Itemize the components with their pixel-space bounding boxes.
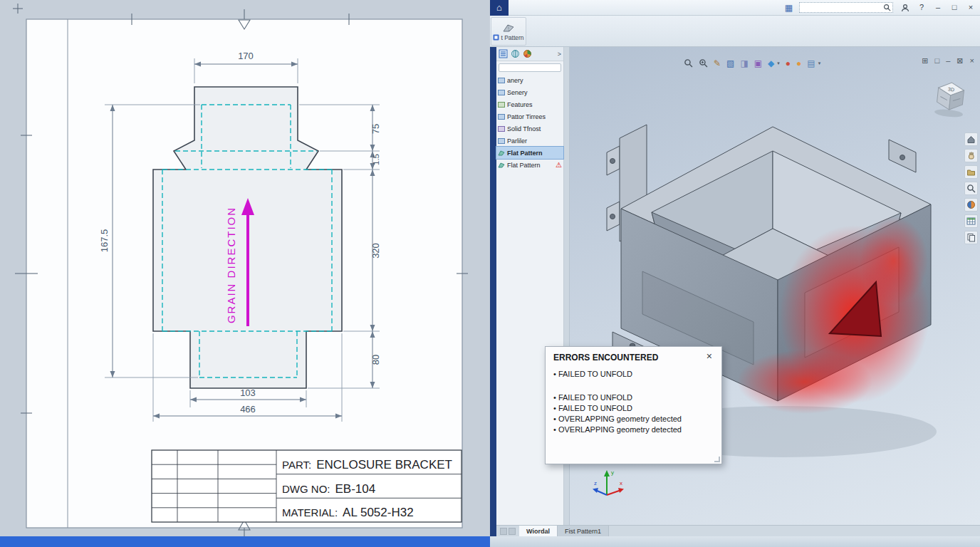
tree-item-label: anery (507, 77, 523, 84)
camera-icon[interactable]: ▤ (807, 59, 815, 68)
home-button[interactable]: ⌂ (490, 0, 509, 16)
view-cube-label: 3D (948, 87, 955, 93)
dropdown-icon[interactable]: ▾ (818, 61, 821, 66)
expand-panel-icon[interactable]: > (558, 51, 561, 58)
tree-item[interactable]: Features (496, 98, 563, 110)
title-block-part-row: PART:ENCLOSURE BRACKET (282, 458, 452, 472)
flat-pattern-label: t Pattern (501, 34, 523, 41)
y-axis-label: y (611, 469, 614, 476)
displaymanager-tab-icon[interactable] (511, 49, 520, 58)
status-strip (490, 536, 980, 547)
view-orientation-icon[interactable]: ◨ (740, 59, 748, 68)
home-view-button[interactable] (964, 132, 978, 146)
doc-maximize-icon[interactable]: ⊠ (956, 57, 963, 65)
sketch-icon[interactable]: ✎ (714, 59, 721, 68)
section-view-icon[interactable]: ▧ (726, 59, 734, 68)
tree-item-label: Flat Pattern (507, 162, 541, 169)
material-label: MATERIAL: (282, 506, 338, 519)
apps-grid-icon[interactable]: ▦ (785, 4, 793, 12)
tree-filter-box[interactable] (499, 63, 561, 72)
configuration-tab-icon[interactable] (523, 49, 532, 58)
feature-tree: anery Senery Features Pattor Tirrees Sol… (496, 74, 563, 171)
hide-show-items-icon[interactable]: ◆ (768, 59, 774, 68)
error-dialog-close-icon[interactable]: × (705, 353, 714, 360)
tree-item-icon (498, 101, 505, 108)
flat-pattern-button[interactable]: t Pattern (491, 17, 526, 46)
tree-item-label: Pattor Tirrees (507, 113, 546, 120)
tree-item-label: Senery (507, 89, 528, 96)
tab-scroll-buttons (496, 526, 519, 536)
tab-flat-pattern[interactable]: Fist Pattern1 (558, 526, 609, 536)
tree-tab-strip: > (496, 47, 563, 61)
appearances-icon[interactable]: ● (786, 59, 791, 68)
display-style-icon[interactable]: ▣ (754, 59, 762, 68)
doc-restore-icon[interactable]: □ (935, 57, 940, 65)
title-block-material-row: MATERIAL:AL 5052-H32 (282, 506, 414, 519)
flat-pattern-mini-icon (493, 34, 499, 41)
flat-pattern-icon (502, 22, 515, 33)
tree-item[interactable]: Parliler (496, 135, 563, 147)
zoom-area-icon[interactable] (699, 58, 708, 68)
tree-item-label: Features (507, 101, 533, 108)
dialog-resize-grip[interactable] (714, 457, 720, 462)
screen: GRAIN DIRECTION (0, 0, 980, 547)
error-item: OVERLAPPING geometry detected (553, 415, 714, 423)
tab-scroll-left[interactable] (500, 528, 507, 535)
copy-button[interactable] (964, 231, 978, 244)
account-icon[interactable] (900, 2, 910, 13)
search-icon[interactable] (883, 4, 891, 11)
flat-pattern-tree-icon (498, 150, 505, 157)
table-grid-icon (966, 217, 976, 226)
y-axis-arrow (604, 470, 610, 476)
view-cube[interactable]: 3D (928, 76, 972, 123)
render-button[interactable] (964, 198, 978, 212)
zoom-fit-icon[interactable] (684, 58, 693, 68)
minimize-icon[interactable]: – (933, 4, 943, 11)
tab-scroll-right[interactable] (509, 528, 516, 535)
tab-model[interactable]: Wiordal (519, 526, 558, 536)
z-axis-arrow (593, 488, 598, 493)
error-warning-icon[interactable]: ⚠ (556, 162, 562, 169)
featuremanager-tab-icon[interactable] (499, 49, 508, 58)
maximize-icon[interactable]: □ (949, 4, 959, 11)
close-icon[interactable]: × (966, 4, 976, 11)
error-item: FAILED TO UNFOLD (553, 404, 714, 412)
drawing-pane: GRAIN DIRECTION (0, 0, 490, 547)
dim-top-width: 170 (238, 51, 254, 61)
error-item: OVERLAPPING geometry detected (553, 425, 714, 434)
engineering-drawing: GRAIN DIRECTION (0, 0, 490, 547)
search-box[interactable] (799, 2, 893, 13)
zoom-icon (966, 184, 976, 193)
doc-cascade-icon[interactable]: ⊞ (922, 57, 928, 65)
pan-button[interactable] (964, 149, 978, 162)
tree-item-label: Parliler (507, 137, 527, 145)
dim-bottom-tab: 103 (240, 387, 256, 398)
open-folder-button[interactable] (964, 165, 978, 179)
table-button[interactable] (964, 214, 978, 228)
doc-minimize-icon[interactable]: – (946, 57, 950, 65)
tree-item[interactable]: Senery (496, 86, 563, 98)
tree-item[interactable]: Solid Tfnost (496, 123, 563, 135)
tree-item[interactable]: anery (496, 74, 563, 86)
help-icon[interactable]: ? (917, 4, 927, 11)
tree-item-icon (498, 137, 505, 145)
flat-pattern-tree-icon (498, 162, 505, 169)
tree-item-icon (498, 89, 505, 96)
tree-item[interactable]: Pattor Tirrees (496, 110, 563, 123)
taskbar-strip (0, 536, 490, 547)
dwg-label: DWG NO: (282, 483, 330, 495)
x-axis-arrow (618, 488, 624, 493)
dim-bottom-flange: 80 (370, 355, 381, 365)
zoom-button[interactable] (964, 182, 978, 195)
home-icon: ⌂ (496, 2, 502, 13)
folder-icon (966, 167, 976, 177)
z-axis-label: z (594, 480, 597, 486)
doc-close-icon[interactable]: × (970, 57, 974, 65)
tree-item-flat-pattern-error[interactable]: Flat Pattern⚠ (496, 159, 563, 171)
tree-item-flat-pattern[interactable]: Flat Pattern (496, 147, 563, 159)
render-orb-icon (966, 200, 976, 209)
search-input[interactable] (800, 4, 883, 11)
dropdown-icon[interactable]: ▾ (777, 61, 780, 66)
scene-icon[interactable]: ● (796, 59, 801, 68)
grain-direction-label: GRAIN DIRECTION (225, 207, 237, 323)
